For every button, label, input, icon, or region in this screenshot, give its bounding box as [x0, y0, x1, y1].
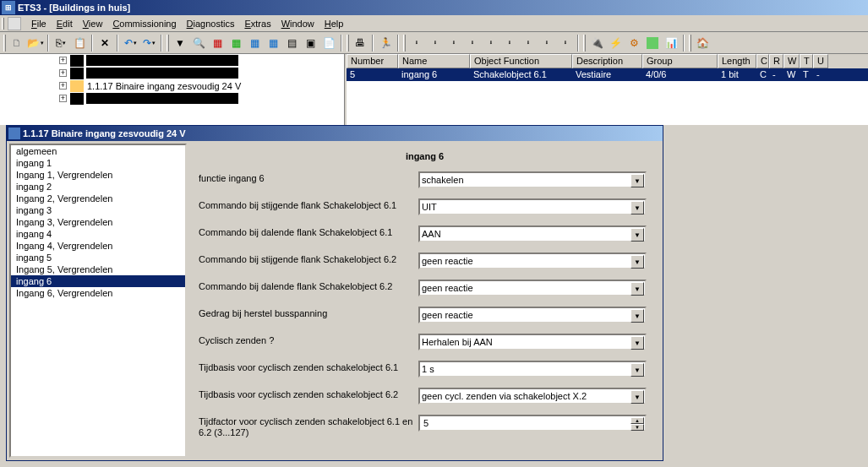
flash-button[interactable]: ⚡	[606, 34, 625, 52]
param-combo[interactable]: 1 s▼	[418, 361, 647, 377]
menu-view[interactable]: View	[78, 17, 108, 30]
param-combo[interactable]: UIT▼	[418, 198, 647, 215]
dl9-button[interactable]: ⬇	[556, 34, 575, 52]
menubar-grip[interactable]	[2, 18, 4, 30]
dl5-button[interactable]: ⬇	[482, 34, 500, 52]
spin-up-icon[interactable]: ▲	[631, 417, 644, 424]
mdi-icon[interactable]	[8, 17, 21, 30]
chevron-down-icon[interactable]: ▼	[631, 255, 644, 269]
menu-help[interactable]: Help	[319, 17, 349, 30]
monitor-button[interactable]	[643, 34, 662, 52]
chevron-down-icon[interactable]: ▼	[631, 282, 644, 296]
col-object-function[interactable]: Object Function	[470, 54, 572, 68]
chevron-down-icon[interactable]: ▼	[631, 309, 644, 323]
tree-item[interactable]: +	[0, 92, 344, 105]
undo-button[interactable]: ↶	[121, 34, 139, 52]
chart-button[interactable]: 📊	[662, 34, 680, 52]
dl2-button[interactable]: ⬇	[426, 34, 445, 52]
param-spinner[interactable]: 5▲▼	[418, 415, 647, 432]
catalog-button[interactable]: 📄	[319, 34, 338, 52]
home-button[interactable]: 🏠	[693, 34, 712, 52]
dialog-titlebar[interactable]: 1.1.17 Binaire ingang zesvoudig 24 V	[7, 126, 663, 141]
open-button[interactable]: 📂	[26, 34, 45, 52]
col-u[interactable]: U	[813, 54, 828, 68]
menu-diagnostics[interactable]: Diagnostics	[182, 17, 240, 30]
delete-button[interactable]: ✕	[96, 34, 114, 52]
chevron-down-icon[interactable]: ▼	[631, 174, 644, 187]
param-combo[interactable]: geen reactie▼	[418, 280, 647, 296]
category-item[interactable]: ingang 5	[11, 252, 185, 263]
dl4-button[interactable]: ⬇	[463, 34, 482, 52]
col-description[interactable]: Description	[572, 54, 642, 68]
device-tree[interactable]: +++1.1.17 Binaire ingang zesvoudig 24 V+	[0, 54, 345, 125]
category-item[interactable]: ingang 1	[11, 157, 185, 169]
chevron-down-icon[interactable]: ▼	[631, 201, 644, 214]
spin-down-icon[interactable]: ▼	[631, 424, 644, 431]
tree-item[interactable]: +	[0, 54, 344, 67]
col-w[interactable]: W	[783, 54, 800, 68]
object-list[interactable]: NumberNameObject FunctionDescriptionGrou…	[347, 54, 868, 125]
tree-item[interactable]: +1.1.17 Binaire ingang zesvoudig 24 V	[0, 79, 344, 92]
view-win-button[interactable]: ▣	[301, 34, 319, 52]
view-blue-button[interactable]: ▦	[245, 34, 264, 52]
col-group-addresses[interactable]: Group Addresses	[642, 54, 718, 68]
param-category-list[interactable]: algemeeningang 1Ingang 1, Vergrendelenin…	[9, 144, 187, 458]
expand-icon[interactable]: +	[59, 57, 67, 64]
category-item[interactable]: ingang 6	[11, 275, 185, 287]
connect-button[interactable]: 🔌	[587, 34, 606, 52]
category-item[interactable]: Ingang 5, Vergrendelen	[11, 263, 185, 275]
category-item[interactable]: ingang 4	[11, 228, 185, 240]
menu-extras[interactable]: Extras	[239, 17, 276, 30]
view-red-button[interactable]: ▦	[208, 34, 227, 52]
view-green-button[interactable]: ▦	[227, 34, 245, 52]
dl6-button[interactable]: ⬇	[500, 34, 519, 52]
param-combo[interactable]: Herhalen bij AAN▼	[418, 334, 647, 350]
category-item[interactable]: Ingang 4, Vergrendelen	[11, 240, 185, 252]
print-button[interactable]: 🖶	[351, 34, 369, 52]
param-combo[interactable]: AAN▼	[418, 225, 647, 242]
category-item[interactable]: algemeen	[11, 145, 185, 157]
dl8-button[interactable]: ⬇	[538, 34, 556, 52]
chevron-down-icon[interactable]: ▼	[631, 390, 644, 404]
tree-item[interactable]: +	[0, 67, 344, 79]
chevron-down-icon[interactable]: ▼	[631, 336, 644, 350]
category-item[interactable]: Ingang 6, Vergrendelen	[11, 287, 185, 299]
copy-button[interactable]: ⎘	[52, 34, 70, 52]
col-length[interactable]: Length	[718, 54, 756, 68]
col-name[interactable]: Name	[398, 54, 470, 68]
expand-icon[interactable]: +	[59, 69, 67, 77]
settings-button[interactable]: ⚙	[625, 34, 643, 52]
category-item[interactable]: ingang 2	[11, 181, 185, 193]
expand-icon[interactable]: +	[59, 82, 67, 90]
col-number[interactable]: Number	[347, 54, 398, 68]
col-r[interactable]: R	[769, 54, 783, 68]
menu-edit[interactable]: Edit	[52, 17, 78, 30]
new-button[interactable]: 🗋	[8, 34, 26, 52]
view-list-button[interactable]: ▤	[282, 34, 301, 52]
menu-window[interactable]: Window	[276, 17, 319, 30]
object-row[interactable]: 5ingang 6Schakelobject 6.1Vestiaire4/0/6…	[347, 68, 868, 81]
menu-file[interactable]: File	[26, 17, 52, 30]
param-combo[interactable]: schakelen▼	[418, 171, 647, 188]
find-button[interactable]: 🔍	[189, 34, 208, 52]
param-combo[interactable]: geen reactie▼	[418, 307, 647, 323]
run-button[interactable]: 🏃	[376, 34, 395, 52]
menu-commissioning[interactable]: Commissioning	[107, 17, 181, 30]
col-c[interactable]: C	[756, 54, 769, 68]
chevron-down-icon[interactable]: ▼	[631, 363, 644, 377]
param-combo[interactable]: geen cycl. zenden via schakelobject X.2▼	[418, 388, 647, 405]
param-combo[interactable]: geen reactie▼	[418, 253, 647, 269]
expand-icon[interactable]: +	[59, 95, 67, 102]
dl3-button[interactable]: ⬇	[445, 34, 463, 52]
category-item[interactable]: Ingang 1, Vergrendelen	[11, 169, 185, 181]
dl1-button[interactable]: ⬇	[407, 34, 426, 52]
filter-button[interactable]: ▼	[171, 34, 189, 52]
view-grid-button[interactable]: ▦	[264, 34, 282, 52]
category-item[interactable]: Ingang 3, Vergrendelen	[11, 216, 185, 228]
redo-button[interactable]: ↷	[139, 34, 158, 52]
col-t[interactable]: T	[800, 54, 813, 68]
toolbar-grip[interactable]	[3, 35, 6, 52]
category-item[interactable]: ingang 3	[11, 204, 185, 216]
paste-button[interactable]: 📋	[70, 34, 89, 52]
chevron-down-icon[interactable]: ▼	[631, 228, 644, 242]
